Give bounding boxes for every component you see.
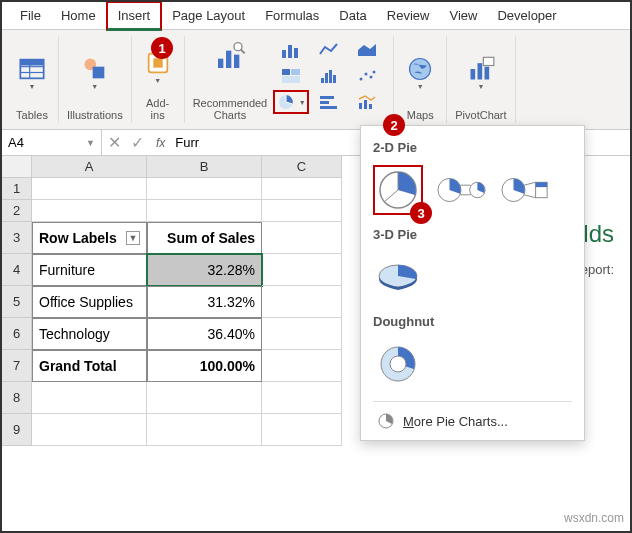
pie-small-icon <box>377 412 395 430</box>
tab-home[interactable]: Home <box>51 3 106 28</box>
row-header[interactable]: 3 <box>2 222 32 254</box>
row-header[interactable]: 1 <box>2 178 32 200</box>
svg-rect-11 <box>234 55 239 68</box>
cell[interactable] <box>147 414 262 446</box>
svg-rect-18 <box>282 69 290 75</box>
chart-column-button[interactable] <box>273 38 309 62</box>
svg-rect-19 <box>291 69 300 75</box>
tab-review[interactable]: Review <box>377 3 440 28</box>
cell[interactable] <box>262 414 342 446</box>
globe-icon <box>406 55 434 83</box>
pivot-grand-total-value[interactable]: 100.00% <box>147 350 262 382</box>
recommended-charts-button[interactable] <box>210 38 250 74</box>
svg-rect-42 <box>483 57 494 65</box>
cell[interactable] <box>147 178 262 200</box>
chart-type-grid: ▼ <box>273 38 385 121</box>
section-doughnut: Doughnut <box>373 314 572 329</box>
pie-of-pie-option[interactable] <box>437 165 487 215</box>
cell[interactable] <box>262 222 342 254</box>
cell[interactable] <box>262 286 342 318</box>
svg-rect-52 <box>536 182 548 187</box>
svg-rect-9 <box>218 59 223 68</box>
cell[interactable] <box>262 254 342 286</box>
more-pie-charts[interactable]: MMore Pie Charts...ore Pie Charts... <box>373 401 572 440</box>
tab-file[interactable]: File <box>10 3 51 28</box>
pivot-grand-total-label[interactable]: Grand Total <box>32 350 147 382</box>
chart-scatter-button[interactable] <box>349 64 385 88</box>
tab-developer[interactable]: Developer <box>487 3 566 28</box>
column-chart-icon <box>281 42 301 58</box>
tab-page-layout[interactable]: Page Layout <box>162 3 255 28</box>
formula-controls: ✕ ✓ <box>102 133 150 152</box>
bar-of-pie-icon <box>501 174 551 206</box>
cell[interactable] <box>147 200 262 222</box>
col-header-c[interactable]: C <box>262 156 342 178</box>
cell[interactable] <box>262 382 342 414</box>
pivot-row-value[interactable]: 31.32% <box>147 286 262 318</box>
check-icon[interactable]: ✓ <box>131 133 144 152</box>
chart-area-button[interactable] <box>349 38 385 62</box>
pie-3d-icon <box>375 259 421 295</box>
pivot-header-sum[interactable]: Sum of Sales <box>147 222 262 254</box>
cell[interactable] <box>262 318 342 350</box>
row-header[interactable]: 2 <box>2 200 32 222</box>
row-header[interactable]: 8 <box>2 382 32 414</box>
cell[interactable] <box>32 414 147 446</box>
row-header[interactable]: 9 <box>2 414 32 446</box>
pivot-row-label[interactable]: Office Supplies <box>32 286 147 318</box>
ribbon-group-illustrations: ▼ Illustrations <box>59 36 132 123</box>
maps-button[interactable]: ▼ <box>402 53 438 92</box>
col-header-a[interactable]: A <box>32 156 147 178</box>
pivot-row-value[interactable]: 32.28% <box>147 254 262 286</box>
ribbon: ▼ Tables ▼ Illustrations ▼ Add- ins Rec <box>2 30 630 130</box>
row-header[interactable]: 7 <box>2 350 32 382</box>
tab-data[interactable]: Data <box>329 3 376 28</box>
pivot-row-label[interactable]: Technology <box>32 318 147 350</box>
stat-chart-icon <box>319 68 339 84</box>
illustrations-button[interactable]: ▼ <box>77 53 113 92</box>
ribbon-label-illustrations: Illustrations <box>67 109 123 121</box>
svg-point-27 <box>370 76 373 79</box>
cell[interactable] <box>147 382 262 414</box>
cell[interactable] <box>262 350 342 382</box>
col-header-b[interactable]: B <box>147 156 262 178</box>
chart-hierarchy-button[interactable] <box>273 64 309 88</box>
pivotchart-button[interactable]: ▼ <box>463 53 499 92</box>
select-all-corner[interactable] <box>2 156 32 178</box>
cell[interactable] <box>32 200 147 222</box>
chart-statistic-button[interactable] <box>311 64 347 88</box>
chart-bar-button[interactable] <box>311 90 347 114</box>
pivot-row-label[interactable]: Furniture <box>32 254 147 286</box>
doughnut-option[interactable] <box>373 339 423 389</box>
scatter-icon <box>357 68 377 84</box>
combo-icon <box>357 94 377 110</box>
chart-pie-button[interactable]: ▼ <box>273 90 309 114</box>
tab-formulas[interactable]: Formulas <box>255 3 329 28</box>
callout-badge-2: 2 <box>383 114 405 136</box>
filter-dropdown-icon[interactable]: ▼ <box>126 231 140 245</box>
svg-line-54 <box>524 195 536 198</box>
row-header[interactable]: 4 <box>2 254 32 286</box>
cancel-icon[interactable]: ✕ <box>108 133 121 152</box>
pie-3d-option[interactable] <box>373 252 423 302</box>
fx-icon[interactable]: fx <box>156 136 165 150</box>
svg-rect-40 <box>477 63 482 79</box>
cell[interactable] <box>32 382 147 414</box>
chart-line-button[interactable] <box>311 38 347 62</box>
cell[interactable] <box>32 178 147 200</box>
section-3d-pie: 3-D Pie <box>373 227 572 242</box>
chart-combo-button[interactable] <box>349 90 385 114</box>
pivot-row-value[interactable]: 36.40% <box>147 318 262 350</box>
svg-point-26 <box>365 73 368 76</box>
svg-marker-17 <box>358 44 376 56</box>
bar-of-pie-option[interactable] <box>501 165 551 215</box>
row-header[interactable]: 6 <box>2 318 32 350</box>
tab-view[interactable]: View <box>439 3 487 28</box>
pivot-header-rowlabels[interactable]: Row Labels▼ <box>32 222 147 254</box>
row-header[interactable]: 5 <box>2 286 32 318</box>
cell[interactable] <box>262 178 342 200</box>
cell[interactable] <box>262 200 342 222</box>
tables-button[interactable]: ▼ <box>14 53 50 92</box>
name-box[interactable]: A4 ▼ <box>2 130 102 155</box>
tab-insert[interactable]: Insert <box>106 1 163 31</box>
